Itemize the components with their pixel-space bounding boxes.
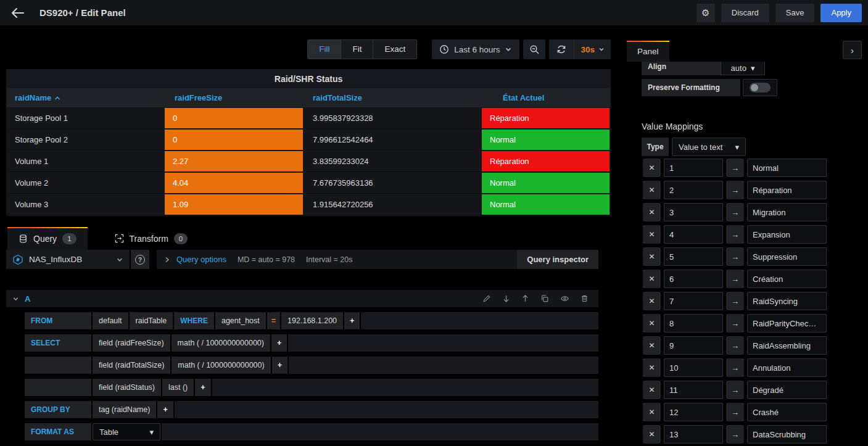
mapping-value-input[interactable] (664, 336, 723, 355)
function-segment[interactable]: math ( / 1000000000000) (172, 334, 270, 352)
groupby-tag-segment[interactable]: tag (raidName) (93, 401, 156, 418)
mapping-text-input[interactable] (747, 381, 827, 399)
mapping-value-input[interactable] (664, 203, 723, 221)
add-groupby-button[interactable]: + (157, 401, 173, 418)
mapping-value-input[interactable] (664, 247, 723, 266)
remove-mapping-button[interactable]: ✕ (643, 403, 661, 421)
mapping-text-input[interactable] (747, 314, 827, 332)
mapping-value-input[interactable] (664, 159, 723, 177)
mapping-text-input[interactable] (747, 181, 827, 199)
column-header-raidfreesize[interactable]: raidFreeSize (165, 93, 304, 102)
select-keyword[interactable]: SELECT (25, 334, 91, 352)
where-keyword[interactable]: WHERE (174, 312, 214, 329)
field-segment[interactable]: field (raidTotalSize) (93, 357, 170, 374)
preserve-formatting-toggle[interactable] (743, 79, 777, 96)
mapping-value-input[interactable] (664, 181, 723, 199)
column-header-raidname[interactable]: raidName (6, 93, 165, 102)
formatas-keyword[interactable]: FORMAT AS (25, 423, 91, 440)
remove-mapping-button[interactable]: ✕ (643, 203, 661, 221)
discard-button[interactable]: Discard (721, 4, 769, 22)
page-title: DS920+ / Edit Panel (39, 7, 126, 18)
mapping-text-input[interactable] (747, 292, 827, 310)
remove-mapping-button[interactable]: ✕ (643, 336, 661, 355)
mapping-value-input[interactable] (664, 381, 723, 399)
mapping-text-input[interactable] (747, 403, 827, 421)
remove-mapping-button[interactable]: ✕ (643, 381, 661, 399)
move-up-icon[interactable] (521, 294, 529, 303)
query-inspector-button[interactable]: Query inspector (517, 250, 598, 269)
refresh-picker[interactable]: 30s (549, 39, 611, 59)
field-segment[interactable]: field (raidStatus) (93, 379, 161, 396)
where-value-segment[interactable]: 192.168.1.200 (281, 312, 343, 329)
where-operator-segment[interactable]: = (267, 312, 280, 329)
query-select-row: field (raidStatus) last () + (25, 379, 598, 396)
mapping-text-input[interactable] (747, 425, 827, 444)
arrow-right-icon: → (726, 403, 744, 421)
mapping-value-input[interactable] (664, 225, 723, 244)
groupby-keyword[interactable]: GROUP BY (25, 401, 91, 418)
tab-query[interactable]: Query 1 (7, 227, 88, 250)
where-tag-segment[interactable]: agent_host (215, 312, 266, 329)
mapping-text-input[interactable] (747, 159, 827, 177)
add-function-button[interactable]: + (271, 334, 287, 352)
edit-pencil-icon[interactable] (482, 294, 491, 303)
mapping-value-input[interactable] (664, 403, 723, 421)
remove-mapping-button[interactable]: ✕ (643, 181, 661, 199)
column-header-raidtotalsize[interactable]: raidTotalSize (304, 93, 482, 102)
add-condition-button[interactable]: + (344, 312, 360, 329)
chevron-down-icon[interactable] (12, 295, 19, 302)
add-function-button[interactable]: + (195, 379, 210, 396)
datasource-picker[interactable]: NAS_InfluxDB (6, 250, 130, 269)
field-segment[interactable]: field (raidFreeSize) (93, 334, 170, 352)
mapping-value-input[interactable] (664, 270, 723, 288)
time-range-picker[interactable]: Last 6 hours (432, 39, 519, 59)
mapping-text-input[interactable] (747, 336, 827, 355)
mapping-text-input[interactable] (747, 203, 827, 221)
save-button[interactable]: Save (775, 4, 815, 22)
mapping-value-input[interactable] (664, 292, 723, 310)
function-segment[interactable]: math ( / 1000000000000) (172, 357, 270, 374)
collapse-options-button[interactable]: › (843, 41, 862, 59)
move-down-icon[interactable] (502, 294, 510, 303)
tab-panel-options[interactable]: Panel (627, 41, 669, 62)
format-as-dropdown[interactable]: Table ▾ (93, 423, 160, 440)
arrow-right-icon: → (726, 381, 744, 399)
tab-transform[interactable]: Transform 0 (104, 227, 199, 250)
panel-settings-button[interactable]: ⚙ (696, 4, 715, 22)
mapping-type-dropdown[interactable]: Value to text ▾ (672, 138, 746, 156)
mapping-value-input[interactable] (664, 314, 723, 332)
retention-policy-segment[interactable]: default (93, 312, 128, 329)
mapping-text-input[interactable] (747, 225, 827, 244)
datasource-help-button[interactable]: ? (131, 250, 149, 269)
remove-mapping-button[interactable]: ✕ (643, 159, 661, 177)
remove-mapping-button[interactable]: ✕ (643, 425, 661, 444)
view-exact-button[interactable]: Exact (373, 40, 416, 59)
remove-mapping-button[interactable]: ✕ (643, 225, 661, 244)
apply-button[interactable]: Apply (820, 4, 862, 22)
mapping-value-input[interactable] (664, 358, 723, 377)
view-fit-button[interactable]: Fit (341, 40, 373, 59)
add-function-button[interactable]: + (272, 357, 287, 374)
measurement-segment[interactable]: raidTable (130, 312, 173, 329)
align-dropdown[interactable]: auto ▾ (721, 62, 765, 75)
remove-mapping-button[interactable]: ✕ (643, 358, 661, 377)
remove-mapping-button[interactable]: ✕ (643, 292, 661, 310)
mapping-text-input[interactable] (747, 358, 827, 377)
remove-mapping-button[interactable]: ✕ (643, 270, 661, 288)
mapping-value-input[interactable] (664, 425, 723, 444)
view-fill-button[interactable]: Fill (308, 40, 341, 59)
mapping-text-input[interactable] (747, 247, 827, 266)
trash-icon[interactable] (581, 294, 589, 303)
remove-mapping-button[interactable]: ✕ (643, 314, 661, 332)
zoom-out-time-button[interactable] (523, 39, 545, 59)
function-segment[interactable]: last () (162, 379, 194, 396)
duplicate-copy-icon[interactable] (540, 294, 549, 303)
mapping-text-input[interactable] (747, 270, 827, 288)
back-button[interactable] (6, 1, 30, 25)
query-ref-id[interactable]: A (25, 294, 30, 304)
from-keyword[interactable]: FROM (25, 312, 91, 329)
remove-mapping-button[interactable]: ✕ (643, 247, 661, 266)
column-header-etat-actuel[interactable]: État Actuel (482, 93, 611, 102)
query-options-row[interactable]: Query options MD = auto = 978 Interval =… (157, 250, 598, 269)
eye-disable-icon[interactable] (560, 294, 569, 303)
